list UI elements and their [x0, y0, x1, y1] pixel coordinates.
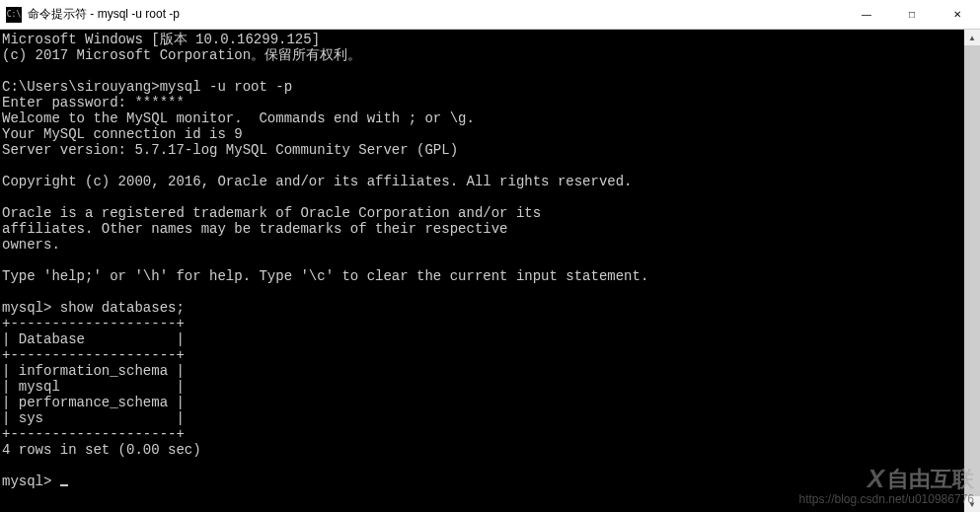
- window-title: 命令提示符 - mysql -u root -p: [28, 6, 844, 23]
- terminal-line: +--------------------+: [2, 316, 962, 331]
- terminal-line: mysql> show databases;: [2, 300, 962, 316]
- terminal-line: | performance_schema |: [2, 395, 962, 410]
- terminal-line: | sys |: [2, 410, 962, 426]
- terminal-line: Server version: 5.7.17-log MySQL Communi…: [2, 142, 962, 158]
- terminal-line: Type 'help;' or '\h' for help. Type '\c'…: [2, 268, 962, 284]
- terminal-line: Your MySQL connection id is 9: [2, 126, 962, 142]
- window-controls: — □ ✕: [844, 0, 980, 29]
- scroll-up-arrow-icon[interactable]: ▲: [964, 30, 980, 45]
- cmd-icon: C:\: [6, 7, 22, 23]
- scroll-down-arrow-icon[interactable]: ▼: [964, 496, 980, 512]
- terminal-line: [2, 253, 962, 268]
- terminal-output[interactable]: Microsoft Windows [版本 10.0.16299.125](c)…: [0, 30, 964, 512]
- terminal-line: [2, 158, 962, 174]
- terminal-line: Oracle is a registered trademark of Orac…: [2, 205, 962, 221]
- terminal-line: [2, 189, 962, 205]
- terminal-line: | mysql |: [2, 379, 962, 395]
- vertical-scrollbar[interactable]: ▲ ▼: [964, 30, 980, 512]
- cursor-icon: [60, 484, 68, 486]
- terminal-line: mysql>: [2, 474, 962, 489]
- terminal-line: [2, 458, 962, 474]
- terminal-line: Microsoft Windows [版本 10.0.16299.125]: [2, 32, 962, 47]
- scroll-thumb[interactable]: [964, 45, 980, 496]
- terminal-line: [2, 284, 962, 300]
- titlebar: C:\ 命令提示符 - mysql -u root -p — □ ✕: [0, 0, 980, 30]
- terminal-line: owners.: [2, 237, 962, 253]
- close-button[interactable]: ✕: [935, 0, 980, 29]
- terminal-area: Microsoft Windows [版本 10.0.16299.125](c)…: [0, 30, 980, 512]
- terminal-line: +--------------------+: [2, 347, 962, 363]
- maximize-button[interactable]: □: [889, 0, 935, 29]
- terminal-line: C:\Users\sirouyang>mysql -u root -p: [2, 79, 962, 95]
- terminal-line: (c) 2017 Microsoft Corporation。保留所有权利。: [2, 47, 962, 63]
- terminal-line: +--------------------+: [2, 426, 962, 442]
- terminal-line: Welcome to the MySQL monitor. Commands e…: [2, 110, 962, 126]
- terminal-line: 4 rows in set (0.00 sec): [2, 442, 962, 458]
- terminal-line: | information_schema |: [2, 363, 962, 379]
- terminal-line: Enter password: ******: [2, 95, 962, 110]
- terminal-line: affiliates. Other names may be trademark…: [2, 221, 962, 237]
- terminal-line: [2, 63, 962, 79]
- terminal-line: | Database |: [2, 331, 962, 347]
- minimize-button[interactable]: —: [844, 0, 889, 29]
- scroll-track[interactable]: [964, 45, 980, 496]
- terminal-line: Copyright (c) 2000, 2016, Oracle and/or …: [2, 174, 962, 189]
